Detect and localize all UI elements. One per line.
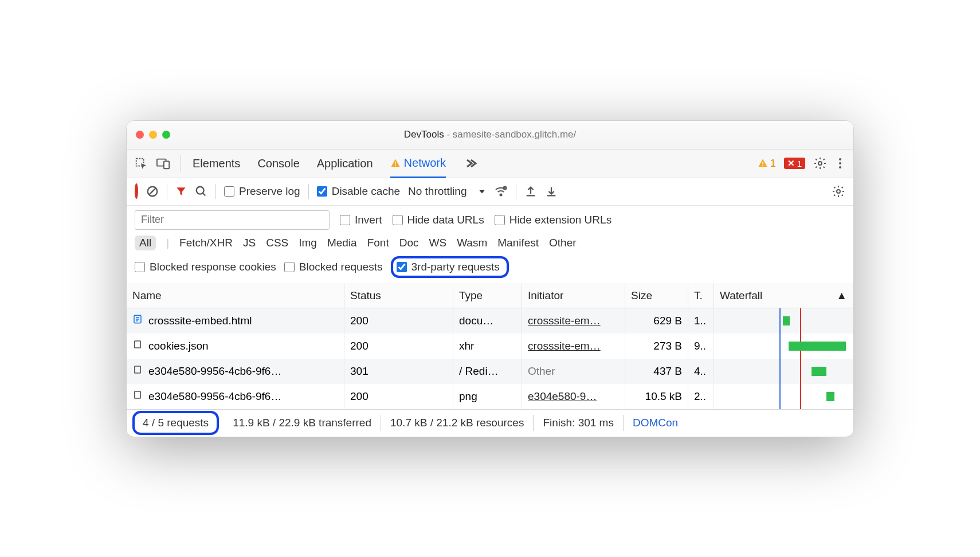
throttling-select[interactable]: No throttling (408, 185, 486, 198)
record-button[interactable] (135, 185, 138, 198)
cell-time: 4.. (688, 359, 714, 384)
blocked-requests-checkbox[interactable]: Blocked requests (284, 261, 383, 273)
search-icon[interactable] (195, 185, 207, 198)
more-tabs-icon[interactable] (463, 156, 477, 170)
initiator-link[interactable]: e304e580-9… (528, 390, 597, 403)
invert-checkbox[interactable]: Invert (340, 214, 382, 226)
col-initiator[interactable]: Initiator (522, 284, 625, 308)
third-party-checkbox[interactable]: 3rd-party requests (397, 261, 500, 273)
filter-icon[interactable] (175, 186, 187, 197)
svg-line-14 (203, 193, 206, 196)
disable-cache-checkbox[interactable]: Disable cache (317, 185, 400, 198)
chip-media[interactable]: Media (327, 237, 357, 249)
chip-font[interactable]: Font (367, 237, 389, 249)
chip-js[interactable]: JS (243, 237, 256, 249)
network-table-header: Name Status Type Initiator Size T. Water… (127, 284, 853, 308)
waterfall-bar (789, 342, 846, 351)
network-toolbar: Preserve log Disable cache No throttling (127, 178, 853, 206)
cell-status: 301 (344, 359, 453, 384)
svg-rect-22 (135, 341, 141, 348)
cell-type: docu… (453, 308, 522, 334)
svg-point-8 (839, 158, 841, 160)
cell-status: 200 (344, 384, 453, 409)
cell-size: 629 B (625, 308, 688, 334)
col-size[interactable]: Size (625, 284, 688, 308)
chip-css[interactable]: CSS (266, 237, 288, 249)
device-icon[interactable] (156, 157, 170, 170)
cell-name: e304e580-9956-4cb6-9f6… (127, 359, 344, 384)
svg-rect-4 (395, 165, 396, 166)
chip-wasm[interactable]: Wasm (457, 237, 487, 249)
network-table-body: crosssite-embed.html200docu…crosssite-em… (127, 308, 853, 409)
col-name[interactable]: Name (127, 284, 344, 308)
col-status[interactable]: Status (344, 284, 453, 308)
cell-time: 1.. (688, 308, 714, 334)
devtools-window: DevTools - samesite-sandbox.glitch.me/ E… (126, 120, 854, 437)
download-icon[interactable] (545, 185, 558, 198)
initiator-link[interactable]: crosssite-em… (528, 315, 601, 327)
requests-count-highlight: 4 / 5 requests (132, 411, 219, 435)
tab-application[interactable]: Application (317, 157, 373, 170)
inspect-icon[interactable] (135, 157, 147, 170)
cell-status: 200 (344, 308, 453, 334)
blocked-cookies-checkbox[interactable]: Blocked response cookies (135, 261, 276, 273)
requests-count: 4 / 5 requests (143, 417, 209, 429)
cell-type: png (453, 384, 522, 409)
chip-all[interactable]: All (135, 236, 156, 250)
cell-waterfall (714, 384, 853, 409)
cell-type: xhr (453, 334, 522, 359)
table-row[interactable]: e304e580-9956-4cb6-9f6…200pnge304e580-9…… (127, 384, 853, 409)
waterfall-bar (826, 392, 834, 401)
col-type[interactable]: Type (453, 284, 522, 308)
hide-data-urls-checkbox[interactable]: Hide data URLs (393, 214, 484, 226)
table-row[interactable]: cookies.json200xhrcrosssite-em…273 B9.. (127, 334, 853, 359)
chip-img[interactable]: Img (299, 237, 317, 249)
cell-name: cookies.json (127, 334, 344, 359)
svg-rect-24 (135, 391, 141, 398)
status-resources: 10.7 kB / 21.2 kB resources (381, 415, 534, 431)
chip-doc[interactable]: Doc (399, 237, 419, 249)
warnings-badge[interactable]: 1 (758, 158, 776, 170)
table-row[interactable]: crosssite-embed.html200docu…crosssite-em… (127, 308, 853, 334)
waterfall-bar (812, 367, 826, 376)
cell-initiator: Other (522, 359, 625, 384)
cell-initiator: e304e580-9… (522, 384, 625, 409)
cell-time: 2.. (688, 384, 714, 409)
request-name: cookies.json (148, 340, 209, 352)
hide-extension-urls-checkbox[interactable]: Hide extension URLs (495, 214, 611, 226)
svg-point-9 (839, 162, 841, 164)
svg-rect-6 (762, 165, 763, 166)
status-finish: Finish: 301 ms (534, 415, 624, 431)
clear-icon[interactable] (146, 185, 159, 198)
cell-status: 200 (344, 334, 453, 359)
chip-other[interactable]: Other (549, 237, 577, 249)
filter-input[interactable] (135, 210, 330, 230)
tab-elements[interactable]: Elements (193, 157, 240, 170)
chip-fetch[interactable]: Fetch/XHR (179, 237, 233, 249)
table-row[interactable]: e304e580-9956-4cb6-9f6…301/ Redi…Other43… (127, 359, 853, 384)
gear-icon[interactable] (813, 156, 827, 170)
svg-rect-23 (135, 366, 141, 373)
tab-console[interactable]: Console (257, 157, 299, 170)
wifi-icon[interactable] (494, 185, 508, 198)
tab-network[interactable]: Network (390, 156, 446, 178)
svg-point-7 (818, 162, 822, 165)
initiator-link[interactable]: crosssite-em… (528, 340, 601, 352)
file-icon (132, 390, 143, 403)
svg-point-17 (837, 190, 840, 193)
cell-waterfall (714, 308, 853, 334)
gear-icon[interactable] (832, 185, 845, 198)
preserve-log-checkbox[interactable]: Preserve log (224, 185, 300, 198)
chip-manifest[interactable]: Manifest (497, 237, 539, 249)
col-waterfall[interactable]: Waterfall▲ (714, 284, 853, 308)
status-dom[interactable]: DOMCon (624, 415, 687, 431)
file-icon (132, 364, 143, 378)
initiator-text: Other (528, 365, 555, 378)
chip-ws[interactable]: WS (429, 237, 447, 249)
col-time[interactable]: T. (688, 284, 714, 308)
network-filters: Invert Hide data URLs Hide extension URL… (127, 206, 853, 284)
kebab-icon[interactable] (835, 156, 845, 170)
errors-badge[interactable]: ✕1 (784, 158, 805, 169)
third-party-highlight: 3rd-party requests (391, 256, 509, 278)
upload-icon[interactable] (524, 185, 537, 198)
